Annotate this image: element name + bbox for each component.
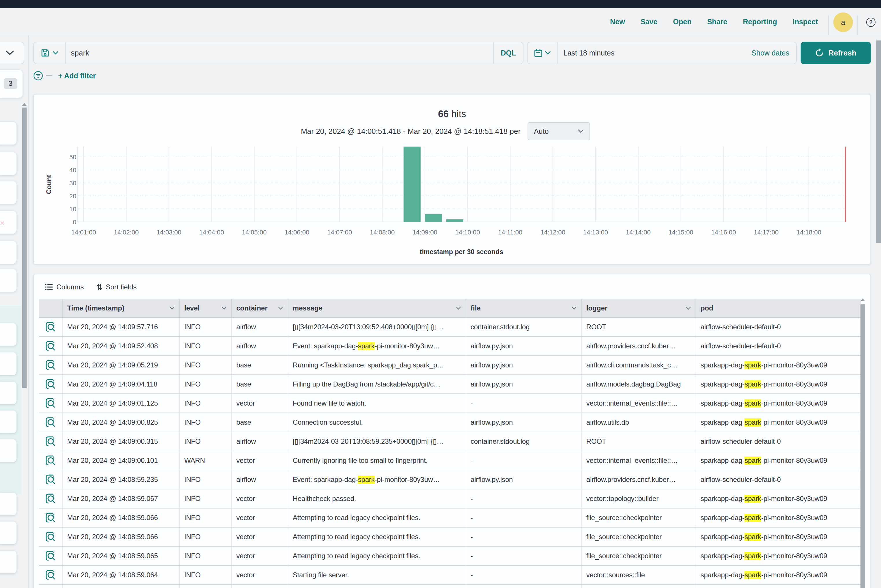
nav-new[interactable]: New [610, 18, 625, 26]
sidebar-field-box-10[interactable] [0, 440, 17, 462]
expand-row-button[interactable] [39, 451, 63, 470]
sidebar-field-box-12[interactable] [0, 522, 17, 544]
nav-open[interactable]: Open [673, 18, 692, 26]
dql-button[interactable]: DQL [493, 42, 523, 64]
nav-reporting[interactable]: Reporting [743, 18, 777, 26]
sidebar-field-box-9[interactable] [0, 411, 17, 433]
column-header-file[interactable]: file [466, 299, 582, 317]
page-scrollbar[interactable] [876, 40, 881, 243]
sidebar-field-box-5[interactable] [0, 269, 17, 292]
expand-row-button[interactable] [39, 547, 63, 565]
table-scroll-up-arrow[interactable] [860, 298, 865, 301]
sort-fields-button[interactable]: Sort fields [96, 283, 137, 291]
highlight: spark [358, 476, 374, 484]
x-tick-label: 14:09:00 [412, 229, 437, 236]
interval-select[interactable]: Auto [528, 122, 590, 140]
data-grid: Time (timestamp)levelcontainermessagefil… [39, 298, 861, 588]
column-header-level[interactable]: level [180, 299, 232, 317]
cell-file: - [466, 566, 582, 584]
sidebar-scrollbar[interactable] [22, 108, 27, 388]
remove-icon[interactable]: × [0, 219, 5, 228]
cell-message: Attempting to read legacy checkpoint fil… [289, 528, 466, 546]
expand-row-button[interactable] [39, 566, 63, 584]
cell-message: [▯[34m2024-03-20T13:08:59.235+0000▯[0m] … [289, 432, 466, 451]
table-row-14 [39, 585, 861, 588]
saved-query-menu[interactable] [34, 42, 66, 64]
cell-file: - [466, 508, 582, 527]
column-header-container[interactable]: container [232, 299, 289, 317]
expand-row-button[interactable] [39, 585, 63, 588]
cell-time: Mar 20, 2024 @ 14:09:05.219 [63, 356, 180, 374]
expand-row-button[interactable] [39, 375, 63, 393]
cell-level: INFO [180, 337, 232, 355]
expand-row-button[interactable] [39, 528, 63, 546]
cell-time: Mar 20, 2024 @ 14:09:57.716 [63, 318, 180, 336]
column-label: Time (timestamp) [67, 304, 124, 312]
column-label: pod [701, 304, 713, 312]
nav-save[interactable]: Save [640, 18, 657, 26]
x-tick-label: 14:05:00 [242, 229, 267, 236]
expand-document-icon [45, 531, 56, 542]
nav-share[interactable]: Share [707, 18, 727, 26]
table-row-7: Mar 20, 2024 @ 14:09:00.101WARNvectorCur… [39, 451, 861, 470]
cell-time: Mar 20, 2024 @ 14:09:01.125 [63, 394, 180, 412]
sidebar-field-box-4[interactable] [0, 241, 17, 264]
sidebar-scroll-up-arrow[interactable] [22, 103, 27, 106]
expand-row-button[interactable] [39, 470, 63, 489]
show-dates-button[interactable]: Show dates [752, 49, 796, 57]
chart-subtitle-row: Mar 20, 2024 @ 14:00:51.418 - Mar 20, 20… [27, 122, 864, 140]
sidebar-collapse-button[interactable] [0, 42, 24, 64]
search-input[interactable]: spark [66, 49, 493, 57]
column-header-message[interactable]: message [289, 299, 466, 317]
expand-row-button[interactable] [39, 318, 63, 336]
chevron-down-icon [53, 51, 59, 55]
expand-row-button[interactable] [39, 356, 63, 374]
expand-row-button[interactable] [39, 413, 63, 432]
cell-logger [582, 585, 696, 588]
sidebar-field-box-1[interactable] [0, 152, 17, 175]
expand-document-icon [45, 493, 56, 504]
highlight: spark [358, 342, 374, 350]
expand-row-button[interactable] [39, 394, 63, 412]
hits-label: hits [451, 108, 466, 119]
x-tick-label: 14:04:00 [199, 229, 224, 236]
expand-document-icon [45, 321, 56, 333]
sidebar-field-count-box[interactable]: 3 [0, 70, 23, 98]
cell-time: Mar 20, 2024 @ 14:09:00.315 [63, 432, 180, 451]
column-header-time[interactable]: Time (timestamp) [63, 299, 180, 317]
sidebar-field-box-11[interactable] [0, 493, 17, 515]
expand-row-button[interactable] [39, 337, 63, 355]
expand-row-button[interactable] [39, 432, 63, 451]
cell-logger: file_source::checkpointer [582, 528, 696, 546]
cell-file: - [466, 394, 582, 412]
x-axis-title: timestamp per 30 seconds [419, 248, 503, 255]
histogram-bar[interactable] [403, 147, 421, 222]
cell-pod: sparkapp-dag-spark-pi-monitor-80y3uw09 [696, 508, 860, 527]
date-quick-menu[interactable] [528, 42, 558, 64]
sidebar-field-box-2[interactable] [0, 181, 17, 204]
sidebar-field-box-6[interactable] [0, 323, 17, 346]
add-filter-button[interactable]: + Add filter [58, 72, 96, 80]
time-range-value[interactable]: Last 18 minutes [558, 49, 752, 57]
sidebar-field-box-7[interactable] [0, 352, 17, 375]
histogram-chart[interactable]: 14:01:0014:02:0014:03:0014:04:0014:05:00… [34, 143, 872, 263]
expand-row-button[interactable] [39, 489, 63, 508]
expand-row-button[interactable] [39, 508, 63, 527]
histogram-bar[interactable] [446, 219, 463, 222]
column-header-logger[interactable]: logger [582, 299, 696, 317]
sidebar-field-box-3[interactable]: × [0, 211, 17, 234]
sidebar-field-box-13[interactable] [0, 551, 17, 573]
cell-time: Mar 20, 2024 @ 14:09:04.118 [63, 375, 180, 393]
help-icon[interactable]: ? [866, 18, 875, 27]
calendar-icon [534, 49, 543, 57]
avatar[interactable]: a [833, 12, 853, 32]
refresh-button[interactable]: Refresh [801, 42, 871, 64]
sidebar-field-box-8[interactable] [0, 382, 17, 404]
histogram-bar[interactable] [425, 214, 442, 222]
column-header-pod[interactable]: pod [696, 299, 860, 317]
columns-button[interactable]: Columns [45, 283, 84, 291]
nav-inspect[interactable]: Inspect [792, 18, 818, 26]
table-scrollbar[interactable] [860, 304, 865, 588]
sidebar-field-box-0[interactable] [0, 122, 17, 144]
cell-file: airflow.py.json [466, 337, 582, 355]
